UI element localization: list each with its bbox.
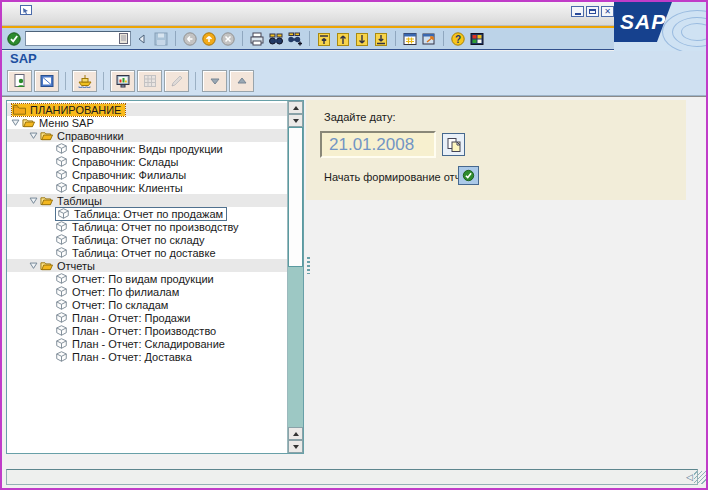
save-icon[interactable] (153, 31, 169, 47)
user-menu-icon (12, 73, 28, 89)
create-shortcut-icon[interactable] (421, 31, 437, 47)
copy-pages-icon (446, 137, 462, 153)
start-report-label: Начать формирование отчета (324, 171, 477, 183)
tree-item[interactable]: Меню SAP (7, 116, 287, 129)
scroll-top-button[interactable] (288, 101, 303, 114)
tree-item-label: Таблицы (57, 195, 102, 207)
help-icon[interactable]: ? (450, 31, 466, 47)
expander-icon[interactable] (27, 131, 40, 140)
exit-icon[interactable] (201, 31, 217, 47)
tree-item-label: Отчет: По видам продукции (72, 273, 214, 285)
command-field[interactable] (25, 31, 131, 46)
tree-scrollbar[interactable] (287, 101, 303, 453)
sap-gui-window: { "window": { "title": "", "border_color… (0, 0, 708, 490)
tree-item-label: План - Отчет: Складирование (72, 338, 225, 350)
transaction-icon (55, 325, 70, 336)
tree-item-label: План - Отчет: Производство (72, 325, 216, 337)
tree-item[interactable]: Отчеты (7, 259, 287, 272)
resize-grip[interactable] (694, 471, 706, 484)
tree-item[interactable]: Справочники (7, 129, 287, 142)
green-check-icon (462, 169, 475, 182)
start-report-button[interactable] (458, 166, 479, 185)
transaction-icon (55, 143, 70, 154)
tree-item[interactable]: План - Отчет: Складирование (7, 337, 287, 350)
command-history-icon[interactable] (119, 33, 128, 44)
sap-menu-button[interactable] (34, 70, 59, 92)
grid-button (137, 70, 162, 92)
print-icon[interactable] (249, 31, 265, 47)
pencil-icon (169, 73, 185, 89)
sap-logo: SAP (614, 2, 706, 56)
transaction-icon (55, 156, 70, 167)
status-expand-icon[interactable]: ◁ (686, 473, 693, 482)
date-input[interactable]: 21.01.2008 (320, 131, 436, 158)
business-workplace-button[interactable] (72, 70, 97, 92)
tree-item[interactable]: План - Отчет: Доставка (7, 350, 287, 363)
tree-item-label: Отчет: По филиалам (72, 286, 179, 298)
user-menu-button[interactable] (7, 70, 32, 92)
tree-item[interactable]: Справочник: Филиалы (7, 168, 287, 181)
find-next-icon[interactable] (287, 31, 303, 47)
tree-item[interactable]: Справочник: Клиенты (7, 181, 287, 194)
tree-item[interactable]: План - Отчет: Производство (7, 324, 287, 337)
folder-closed-icon (13, 104, 28, 115)
transaction-icon (55, 312, 70, 323)
minimize-button[interactable] (571, 6, 584, 17)
chevron-up-icon (234, 73, 250, 89)
expander-icon[interactable] (27, 196, 40, 205)
system-menu-icon[interactable] (20, 5, 34, 17)
command-input[interactable] (28, 33, 116, 45)
scrollbar-track[interactable] (288, 127, 303, 427)
back-icon[interactable] (182, 31, 198, 47)
folder-open-icon (40, 195, 55, 206)
tree-item-label: Справочник: Филиалы (72, 169, 186, 181)
tree-item[interactable]: ПЛАНИРОВАНИЕ (7, 103, 287, 116)
transaction-icon (55, 247, 70, 258)
customize-layout-icon[interactable] (469, 31, 485, 47)
folder-open-icon (40, 260, 55, 271)
tree-item[interactable]: Таблица: Отчет по производству (7, 220, 287, 233)
date-picker-button[interactable] (442, 133, 465, 156)
tree-item[interactable]: Справочник: Склады (7, 155, 287, 168)
splitter-handle[interactable] (307, 257, 310, 274)
tree-item[interactable]: Отчет: По складам (7, 298, 287, 311)
scrollbar-thumb[interactable] (288, 127, 303, 267)
reports-button[interactable] (110, 70, 135, 92)
find-icon[interactable] (268, 31, 284, 47)
page-up-icon[interactable] (335, 31, 351, 47)
maximize-button[interactable] (586, 6, 599, 17)
enter-icon[interactable] (6, 31, 22, 47)
new-session-icon[interactable] (402, 31, 418, 47)
tree-item[interactable]: Таблицы (7, 194, 287, 207)
tree-item[interactable]: Таблица: Отчет по складу (7, 233, 287, 246)
scroll-up-button[interactable] (229, 70, 254, 92)
scroll-down-button[interactable] (288, 440, 303, 453)
tree-item[interactable]: Отчет: По филиалам (7, 285, 287, 298)
tree-item[interactable]: Отчет: По видам продукции (7, 272, 287, 285)
close-button[interactable]: ✕ (601, 6, 614, 17)
monitor-icon (115, 73, 131, 89)
scroll-up-button[interactable] (288, 427, 303, 440)
tree-item[interactable]: Таблица: Отчет по доставке (7, 246, 287, 259)
date-label: Задайте дату: (324, 111, 396, 123)
collapse-command-icon[interactable] (134, 31, 150, 47)
selected-node-highlight: ПЛАНИРОВАНИЕ (12, 104, 125, 116)
scroll-down-button[interactable] (202, 70, 227, 92)
status-bar: ◁ (2, 465, 706, 488)
status-message-field[interactable]: ◁ (6, 469, 698, 485)
scroll-bottom-button[interactable] (288, 114, 303, 127)
tree-item[interactable]: План - Отчет: Продажи (7, 311, 287, 324)
tree-item-label: Меню SAP (39, 117, 94, 129)
titlebar: ✕ (2, 2, 706, 26)
first-page-icon[interactable] (316, 31, 332, 47)
transaction-icon (55, 338, 70, 349)
tree-item-label: Справочник: Клиенты (72, 182, 183, 194)
tree-item[interactable]: Таблица: Отчет по продажам (7, 207, 287, 220)
folder-open-icon (22, 117, 37, 128)
cancel-icon[interactable] (220, 31, 236, 47)
last-page-icon[interactable] (373, 31, 389, 47)
expander-icon[interactable] (27, 261, 40, 270)
expander-icon[interactable] (9, 118, 22, 127)
tree-item[interactable]: Справочник: Виды продукции (7, 142, 287, 155)
page-down-icon[interactable] (354, 31, 370, 47)
